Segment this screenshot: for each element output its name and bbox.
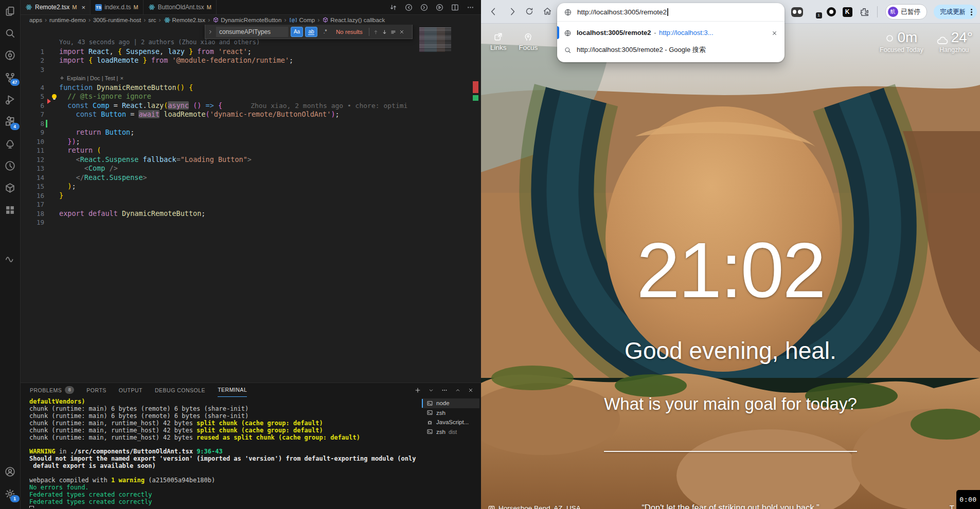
panel-more-icon[interactable] bbox=[441, 386, 448, 393]
find-close-icon[interactable] bbox=[399, 27, 405, 37]
panel-tab-ports[interactable]: PORTS bbox=[86, 383, 106, 397]
remove-suggestion-icon[interactable] bbox=[771, 29, 778, 37]
gear-activity-icon[interactable]: 1 bbox=[4, 487, 17, 500]
terminal-session[interactable]: JavaScript... bbox=[422, 417, 479, 427]
update-pill-button[interactable]: 完成更新 bbox=[934, 5, 977, 19]
blame-annotation: You, 43 seconds ago | 2 authors (Zhou xi… bbox=[21, 38, 481, 47]
breadcrumb-item[interactable]: Remote2.tsx bbox=[164, 16, 206, 24]
activity-badge: 1 bbox=[10, 495, 20, 502]
breadcrumb-item[interactable]: [@]Comp bbox=[289, 17, 315, 23]
breadcrumb-item[interactable]: src bbox=[148, 17, 156, 23]
find-next-icon[interactable] bbox=[381, 27, 388, 37]
extensions-activity-icon[interactable]: 4 bbox=[4, 115, 17, 128]
code-row: 18export default DynamicRemoteButton; bbox=[21, 209, 481, 219]
timeline-activity-icon[interactable] bbox=[4, 159, 17, 172]
home-icon[interactable] bbox=[542, 6, 553, 16]
focus-time-widget[interactable]: 0m Focused Today bbox=[880, 29, 923, 53]
more-actions-icon[interactable] bbox=[466, 3, 475, 12]
paused-pill-button[interactable]: 航 已暂停 bbox=[885, 4, 928, 20]
nav-back-circle-icon[interactable] bbox=[404, 3, 413, 12]
search-activity-icon[interactable] bbox=[4, 26, 17, 40]
compare-changes-icon[interactable] bbox=[389, 3, 398, 12]
code-editor[interactable]: You, 43 seconds ago | 2 authors (Zhou xi… bbox=[21, 25, 481, 383]
activity-badge: 47 bbox=[10, 79, 20, 86]
run-file-icon[interactable] bbox=[435, 3, 444, 12]
suggestion-row[interactable]: localhost:3005/remote2 - http://localhos… bbox=[557, 24, 785, 41]
split-editor-icon[interactable] bbox=[451, 3, 459, 12]
back-icon[interactable] bbox=[488, 6, 498, 16]
suggestion-row[interactable]: http://localhost:3005/remote2 - Google 搜… bbox=[557, 41, 785, 58]
translate-extension-icon[interactable]: 1 bbox=[810, 7, 820, 17]
panel-tab-debug-console[interactable]: DEBUG CONSOLE bbox=[155, 383, 205, 397]
breadcrumb-item[interactable]: runtime-demo bbox=[49, 17, 86, 23]
focus-head-icon bbox=[523, 32, 533, 42]
terminal-line: chunk (runtime: main, runtime_host) 42 b… bbox=[29, 427, 419, 434]
find-widget: consumeAPITypes Aa ab .* No results bbox=[205, 25, 413, 39]
temperature-value: 24° bbox=[951, 29, 973, 46]
modified-indicator: M bbox=[207, 4, 211, 10]
reload-icon[interactable] bbox=[525, 6, 535, 16]
inline-blame: Zhou xiao, 2 months ago • chore: optimi bbox=[251, 102, 407, 110]
editor-tab[interactable]: ButtonOldAnt.tsxM bbox=[144, 0, 217, 14]
terminal-session[interactable]: zsh bbox=[422, 408, 479, 418]
panel-tab-problems[interactable]: PROBLEMS8 bbox=[30, 383, 74, 397]
close-panel-icon[interactable] bbox=[468, 387, 474, 393]
breadcrumb-item[interactable]: React.lazy() callback bbox=[322, 16, 385, 23]
terminal-output[interactable]: defaultVendors)chunk (runtime: main) 6 b… bbox=[29, 398, 419, 508]
find-toggle-chevron-icon[interactable] bbox=[207, 27, 213, 37]
terminal-dropdown-icon[interactable] bbox=[428, 387, 434, 393]
forward-icon[interactable] bbox=[507, 6, 517, 16]
focus-widget[interactable]: Focus bbox=[519, 32, 538, 51]
kebab-menu-icon[interactable] bbox=[968, 7, 975, 16]
links-widget[interactable]: Links bbox=[490, 32, 507, 51]
breadcrumb-item[interactable]: DynamicRemoteButton bbox=[212, 16, 281, 23]
grid-activity-icon[interactable] bbox=[4, 203, 17, 216]
scm-activity-icon[interactable]: 47 bbox=[4, 70, 17, 84]
remote-activity-icon[interactable] bbox=[4, 48, 17, 62]
paused-pill-label: 已暂停 bbox=[901, 8, 921, 16]
weather-widget[interactable]: 24° Hangzhou bbox=[936, 29, 973, 53]
breadcrumb[interactable]: apps›runtime-demo›3005-runtime-host›src›… bbox=[21, 15, 481, 25]
terminal-session[interactable]: zshdist bbox=[422, 427, 479, 437]
editor-tab[interactable]: TSindex.d.tsM bbox=[91, 0, 144, 14]
wave-activity-icon[interactable] bbox=[4, 252, 17, 265]
k-extension-icon[interactable]: K bbox=[843, 7, 852, 17]
modified-indicator: M bbox=[72, 4, 77, 10]
find-prev-icon[interactable] bbox=[372, 27, 379, 37]
maximize-panel-icon[interactable] bbox=[455, 387, 461, 393]
regex-button[interactable]: .* bbox=[319, 27, 331, 37]
find-input[interactable]: consumeAPITypes bbox=[216, 26, 289, 38]
breadcrumb-separator: › bbox=[159, 16, 161, 24]
nav-forward-circle-icon[interactable] bbox=[420, 3, 429, 12]
box-activity-icon[interactable] bbox=[4, 181, 17, 194]
testing-activity-icon[interactable] bbox=[4, 137, 17, 150]
goal-input-underline[interactable] bbox=[604, 451, 857, 452]
minimap[interactable] bbox=[419, 27, 451, 52]
tab-close-icon[interactable]: × bbox=[82, 4, 86, 11]
debug-activity-icon[interactable] bbox=[4, 93, 17, 106]
files-activity-icon[interactable] bbox=[4, 4, 17, 17]
code-row: 7 const Button = await loadRemote('dynam… bbox=[21, 110, 481, 119]
url-input[interactable]: http://localhost:3005/remote2 bbox=[577, 8, 668, 16]
todo-link[interactable]: T bbox=[950, 503, 954, 509]
find-in-selection-icon[interactable] bbox=[390, 27, 397, 37]
new-terminal-icon[interactable] bbox=[414, 386, 421, 393]
editor-tab[interactable]: Remote2.tsxM× bbox=[21, 0, 91, 14]
breadcrumb-item[interactable]: apps bbox=[29, 17, 42, 23]
tab-label: Remote2.tsx bbox=[35, 4, 69, 11]
account-activity-icon[interactable] bbox=[4, 465, 17, 478]
terminal-session[interactable]: node bbox=[422, 398, 479, 408]
omnibox[interactable]: http://localhost:3005/remote2 bbox=[557, 3, 785, 21]
panel-tab-terminal[interactable]: TERMINAL bbox=[218, 383, 247, 397]
glasses-extension-icon[interactable] bbox=[791, 7, 803, 17]
whole-word-button[interactable]: ab bbox=[305, 27, 317, 37]
match-case-button[interactable]: Aa bbox=[291, 27, 303, 37]
timer-ring-icon bbox=[885, 29, 894, 46]
find-status: No results bbox=[336, 29, 363, 35]
panel-tab-output[interactable]: OUTPUT bbox=[119, 383, 142, 397]
extensions-puzzle-icon[interactable] bbox=[859, 7, 869, 17]
code-row: 4function DynamicRemoteButton() { bbox=[21, 83, 481, 93]
breadcrumb-item[interactable]: 3005-runtime-host bbox=[93, 17, 141, 23]
ring-extension-icon[interactable] bbox=[827, 7, 836, 16]
modified-indicator: M bbox=[134, 4, 138, 10]
